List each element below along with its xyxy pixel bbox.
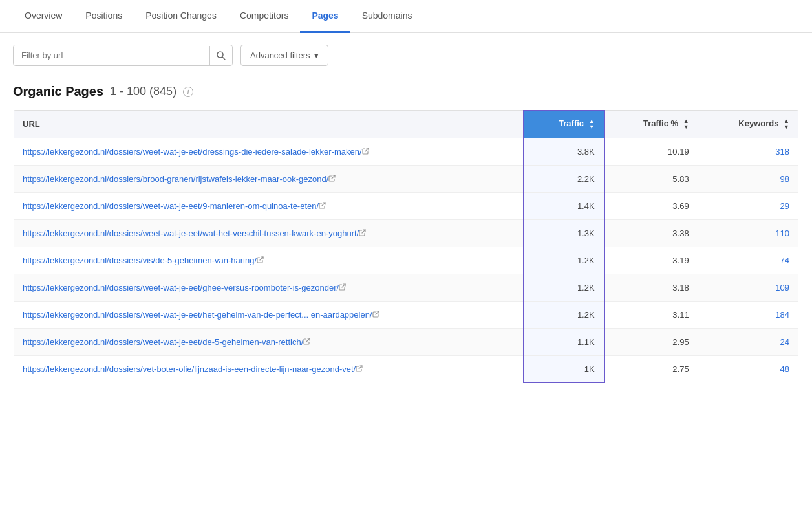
cell-url: https://lekkergezond.nl/dossiers/weet-wa… — [14, 274, 524, 302]
url-link[interactable]: https://lekkergezond.nl/dossiers/weet-wa… — [23, 337, 303, 347]
cell-traffic-pct: 3.69 — [604, 193, 698, 220]
url-link[interactable]: https://lekkergezond.nl/dossiers/weet-wa… — [23, 228, 359, 238]
sort-arrows-traffic: ▲▼ — [589, 118, 595, 130]
cell-traffic-pct: 2.95 — [604, 329, 698, 356]
tab-competitors[interactable]: Competitors — [228, 0, 300, 33]
table-wrap: URL Traffic ▲▼ Traffic % ▲▼ K — [0, 109, 812, 397]
cell-keywords: 29 — [698, 193, 799, 220]
external-link-icon — [319, 202, 326, 209]
external-link-icon — [339, 283, 346, 291]
table-row: https://lekkergezond.nl/dossiers/weet-wa… — [14, 329, 799, 356]
table-body: https://lekkergezond.nl/dossiers/weet-wa… — [14, 138, 799, 384]
external-link-icon — [356, 365, 363, 372]
info-icon[interactable]: i — [183, 87, 193, 97]
table-row: https://lekkergezond.nl/dossiers/weet-wa… — [14, 193, 799, 220]
cell-url: https://lekkergezond.nl/dossiers/vis/de-… — [14, 247, 524, 274]
external-link-icon — [372, 311, 379, 318]
cell-traffic: 1.3K — [524, 220, 604, 247]
svg-line-4 — [322, 203, 325, 206]
svg-line-3 — [332, 175, 335, 179]
external-link-icon — [303, 338, 310, 345]
sort-arrows-traffic-pct: ▲▼ — [683, 118, 689, 130]
chevron-down-icon: ▾ — [314, 50, 319, 60]
filter-bar: Advanced filters ▾ — [0, 33, 812, 78]
external-link-icon — [328, 175, 336, 182]
svg-line-1 — [222, 57, 225, 60]
tab-pages[interactable]: Pages — [300, 0, 350, 33]
search-button[interactable] — [209, 46, 232, 65]
external-link-icon — [257, 256, 264, 263]
svg-line-5 — [362, 230, 365, 233]
cell-url: https://lekkergezond.nl/dossiers/brood-g… — [14, 166, 524, 193]
cell-keywords: 48 — [698, 356, 799, 384]
external-link-icon — [362, 148, 369, 155]
col-header-traffic[interactable]: Traffic ▲▼ — [524, 110, 604, 138]
url-link[interactable]: https://lekkergezond.nl/dossiers/vet-bot… — [23, 364, 356, 374]
cell-traffic: 1.2K — [524, 247, 604, 274]
cell-traffic-pct: 10.19 — [604, 138, 698, 166]
cell-url: https://lekkergezond.nl/dossiers/weet-wa… — [14, 138, 524, 166]
cell-traffic: 2.2K — [524, 166, 604, 193]
cell-keywords: 74 — [698, 247, 799, 274]
cell-url: https://lekkergezond.nl/dossiers/weet-wa… — [14, 302, 524, 329]
col-header-traffic-pct[interactable]: Traffic % ▲▼ — [604, 110, 698, 138]
cell-keywords: 184 — [698, 302, 799, 329]
cell-keywords: 24 — [698, 329, 799, 356]
tab-positions[interactable]: Positions — [74, 0, 134, 33]
url-link[interactable]: https://lekkergezond.nl/dossiers/weet-wa… — [23, 283, 339, 292]
cell-traffic-pct: 3.38 — [604, 220, 698, 247]
advanced-filters-button[interactable]: Advanced filters ▾ — [240, 45, 328, 66]
cell-traffic: 1.2K — [524, 274, 604, 302]
table-row: https://lekkergezond.nl/dossiers/weet-wa… — [14, 220, 799, 247]
cell-url: https://lekkergezond.nl/dossiers/weet-wa… — [14, 329, 524, 356]
table-row: https://lekkergezond.nl/dossiers/weet-wa… — [14, 138, 799, 166]
cell-keywords: 98 — [698, 166, 799, 193]
col-header-url: URL — [14, 110, 524, 138]
page-container: Overview Positions Position Changes Comp… — [0, 0, 812, 397]
url-link[interactable]: https://lekkergezond.nl/dossiers/weet-wa… — [23, 310, 372, 320]
svg-line-9 — [306, 338, 310, 342]
cell-traffic-pct: 3.11 — [604, 302, 698, 329]
nav-tabs: Overview Positions Position Changes Comp… — [0, 0, 812, 33]
url-link[interactable]: https://lekkergezond.nl/dossiers/weet-wa… — [23, 201, 319, 211]
advanced-filters-label: Advanced filters — [250, 50, 310, 60]
table-row: https://lekkergezond.nl/dossiers/vet-bot… — [14, 356, 799, 384]
cell-traffic: 1.2K — [524, 302, 604, 329]
svg-line-8 — [376, 311, 379, 314]
table-row: https://lekkergezond.nl/dossiers/vis/de-… — [14, 247, 799, 274]
table-header-row: URL Traffic ▲▼ Traffic % ▲▼ K — [14, 110, 799, 138]
section-range: 1 - 100 (845) — [110, 85, 176, 98]
external-link-icon — [359, 229, 366, 236]
cell-traffic: 1.4K — [524, 193, 604, 220]
tab-subdomains[interactable]: Subdomains — [350, 0, 424, 33]
url-link[interactable]: https://lekkergezond.nl/dossiers/brood-g… — [23, 174, 328, 184]
url-link[interactable]: https://lekkergezond.nl/dossiers/vis/de-… — [23, 256, 257, 265]
cell-traffic-pct: 5.83 — [604, 166, 698, 193]
col-header-keywords[interactable]: Keywords ▲▼ — [698, 110, 799, 138]
cell-traffic: 3.8K — [524, 138, 604, 166]
cell-url: https://lekkergezond.nl/dossiers/weet-wa… — [14, 220, 524, 247]
cell-traffic-pct: 2.75 — [604, 356, 698, 384]
svg-line-7 — [342, 284, 345, 287]
svg-line-10 — [359, 366, 362, 369]
tab-overview[interactable]: Overview — [13, 0, 74, 33]
table-row: https://lekkergezond.nl/dossiers/weet-wa… — [14, 274, 799, 302]
svg-line-2 — [365, 148, 369, 151]
sort-arrows-keywords: ▲▼ — [784, 118, 789, 130]
section-heading: Organic Pages 1 - 100 (845) i — [0, 78, 812, 109]
cell-traffic: 1.1K — [524, 329, 604, 356]
table-row: https://lekkergezond.nl/dossiers/brood-g… — [14, 166, 799, 193]
url-link[interactable]: https://lekkergezond.nl/dossiers/weet-wa… — [23, 147, 362, 157]
organic-pages-table: URL Traffic ▲▼ Traffic % ▲▼ K — [13, 109, 799, 384]
url-filter-wrap — [13, 45, 233, 66]
url-filter-input[interactable] — [14, 45, 209, 65]
cell-url: https://lekkergezond.nl/dossiers/vet-bot… — [14, 356, 524, 384]
cell-keywords: 110 — [698, 220, 799, 247]
cell-keywords: 109 — [698, 274, 799, 302]
tab-position-changes[interactable]: Position Changes — [134, 0, 228, 33]
cell-traffic-pct: 3.19 — [604, 247, 698, 274]
search-icon — [217, 51, 226, 60]
cell-keywords: 318 — [698, 138, 799, 166]
cell-url: https://lekkergezond.nl/dossiers/weet-wa… — [14, 193, 524, 220]
svg-line-6 — [260, 257, 263, 260]
